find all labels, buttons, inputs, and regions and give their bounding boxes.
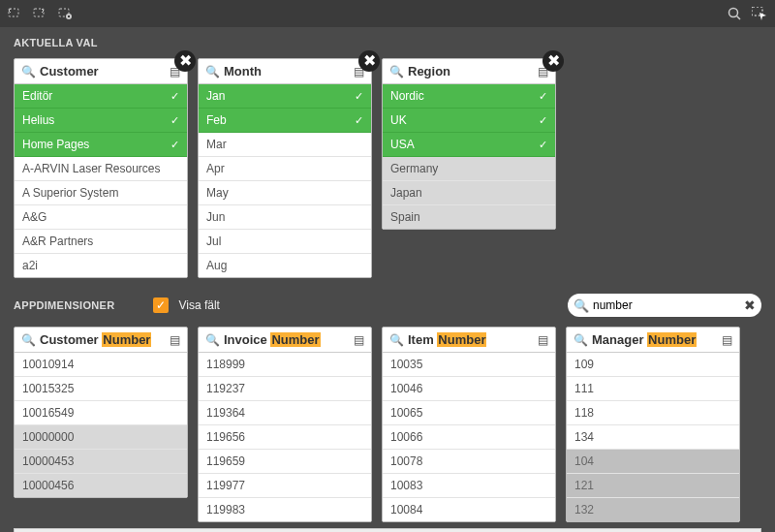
- list-item-label: 10066: [390, 430, 547, 444]
- svg-point-4: [729, 9, 738, 17]
- list-item[interactable]: Home Pages✓: [15, 133, 187, 157]
- list-item[interactable]: 10010914: [15, 353, 187, 377]
- list-item[interactable]: Nordic✓: [383, 84, 555, 109]
- check-icon: ✓: [170, 139, 179, 151]
- list-item[interactable]: Helius✓: [15, 109, 187, 133]
- list-item[interactable]: 119364: [199, 401, 371, 425]
- list-item[interactable]: USA✓: [383, 133, 555, 157]
- list-item[interactable]: 119659: [199, 450, 371, 474]
- list-item[interactable]: 134: [567, 425, 739, 450]
- list-item[interactable]: 104: [567, 450, 739, 474]
- list-item[interactable]: UK✓: [383, 109, 555, 133]
- list-item[interactable]: 119983: [199, 498, 371, 521]
- list-item[interactable]: 121: [567, 474, 739, 498]
- list-item-label: 10078: [390, 454, 547, 468]
- horizontal-scrollbar[interactable]: ◀ ▶: [14, 528, 761, 532]
- list-item[interactable]: 10000000: [15, 425, 187, 450]
- close-panel-month[interactable]: ✖: [358, 50, 380, 72]
- list-item-label: Spain: [390, 210, 547, 224]
- list-item[interactable]: A&G: [15, 205, 187, 230]
- search-icon[interactable]: 🔍: [21, 65, 36, 78]
- clear-search-icon[interactable]: ✖: [744, 297, 756, 313]
- list-item[interactable]: Apr: [199, 157, 371, 181]
- list-item-label: Editör: [22, 89, 167, 103]
- list-item-label: 10083: [390, 479, 547, 492]
- check-icon: ✓: [355, 114, 363, 127]
- list-item[interactable]: Mar: [199, 133, 371, 157]
- check-icon: ✓: [355, 90, 363, 103]
- list-item[interactable]: 132: [567, 498, 739, 521]
- list-item[interactable]: 10035: [383, 353, 555, 377]
- show-fields-label: Visa fält: [178, 298, 219, 312]
- list-item[interactable]: a2i: [15, 254, 187, 277]
- list-item[interactable]: A&R Partners: [15, 230, 187, 254]
- list-item[interactable]: 10083: [383, 474, 555, 498]
- list-item-label: 119656: [206, 430, 363, 444]
- list-item[interactable]: Editör✓: [15, 84, 187, 109]
- list-item[interactable]: 119656: [199, 425, 371, 450]
- list-item-label: Jan: [206, 89, 351, 103]
- step-forward-icon[interactable]: [31, 4, 50, 23]
- clear-all-icon[interactable]: [56, 4, 76, 23]
- search-icon[interactable]: 🔍: [389, 65, 404, 78]
- list-item[interactable]: 119237: [199, 377, 371, 401]
- list-item[interactable]: 109: [567, 353, 739, 377]
- panel-header: 🔍Item Number▤: [383, 328, 555, 353]
- list-item[interactable]: Jun: [199, 205, 371, 230]
- panel-menu-icon[interactable]: ▤: [354, 333, 364, 347]
- list-item[interactable]: A-ARVIN Laser Resources: [15, 157, 187, 181]
- list-item[interactable]: Jan✓: [199, 84, 371, 109]
- list-item[interactable]: 10066: [383, 425, 555, 450]
- list-item-label: A-ARVIN Laser Resources: [22, 162, 179, 175]
- list-item[interactable]: Japan: [383, 181, 555, 205]
- search-icon[interactable]: 🔍: [574, 333, 588, 347]
- close-panel-customer[interactable]: ✖: [174, 50, 196, 72]
- panel-title: Customer Number: [40, 332, 166, 347]
- list-item[interactable]: 10016549: [15, 401, 187, 425]
- list-item[interactable]: 10000453: [15, 450, 187, 474]
- list-item[interactable]: 119977: [199, 474, 371, 498]
- list-item[interactable]: 118: [567, 401, 739, 425]
- list-item[interactable]: 10046: [383, 377, 555, 401]
- list-item-label: USA: [390, 138, 535, 151]
- show-fields-checkbox[interactable]: ✓: [153, 297, 169, 313]
- list-item[interactable]: 10000456: [15, 474, 187, 497]
- list-item[interactable]: Feb✓: [199, 109, 371, 133]
- list-item-label: Home Pages: [22, 138, 167, 151]
- list-item-label: A Superior System: [22, 186, 179, 200]
- list-item-label: Jul: [206, 235, 363, 248]
- list-item[interactable]: Aug: [199, 254, 371, 277]
- list-item-label: 10000000: [22, 430, 179, 444]
- close-panel-region[interactable]: ✖: [542, 50, 564, 72]
- list-item[interactable]: 10065: [383, 401, 555, 425]
- list-item[interactable]: Germany: [383, 157, 555, 181]
- panel-title: Region: [408, 64, 534, 78]
- list-item[interactable]: 10084: [383, 498, 555, 521]
- panel-menu-icon[interactable]: ▤: [538, 333, 548, 347]
- search-icon[interactable]: 🔍: [21, 333, 36, 347]
- search-icon[interactable]: 🔍: [389, 333, 404, 347]
- panel-menu-icon[interactable]: ▤: [722, 333, 732, 347]
- check-icon: ✓: [539, 114, 547, 127]
- panel-menu-icon[interactable]: ▤: [170, 333, 180, 347]
- global-search-icon[interactable]: [725, 4, 744, 23]
- check-icon: ✓: [170, 90, 179, 103]
- dimension-search-input[interactable]: [593, 298, 740, 312]
- app-dimensions-label: APPDIMENSIONER: [14, 299, 114, 311]
- list-item[interactable]: Spain: [383, 205, 555, 229]
- list-item[interactable]: 111: [567, 377, 739, 401]
- search-icon[interactable]: 🔍: [205, 65, 220, 78]
- search-icon[interactable]: 🔍: [205, 333, 220, 347]
- selections-tool-icon[interactable]: [750, 4, 769, 23]
- list-item-label: 109: [574, 358, 731, 371]
- list-item[interactable]: Jul: [199, 230, 371, 254]
- list-item[interactable]: 118999: [199, 353, 371, 377]
- list-item[interactable]: A Superior System: [15, 181, 187, 205]
- list-item[interactable]: 10015325: [15, 377, 187, 401]
- dimension-search[interactable]: 🔍 ✖: [568, 294, 761, 317]
- svg-line-5: [737, 16, 741, 20]
- list-item[interactable]: May: [199, 181, 371, 205]
- list-item-label: 10065: [390, 406, 547, 420]
- step-back-icon[interactable]: [6, 4, 25, 23]
- list-item[interactable]: 10078: [383, 450, 555, 474]
